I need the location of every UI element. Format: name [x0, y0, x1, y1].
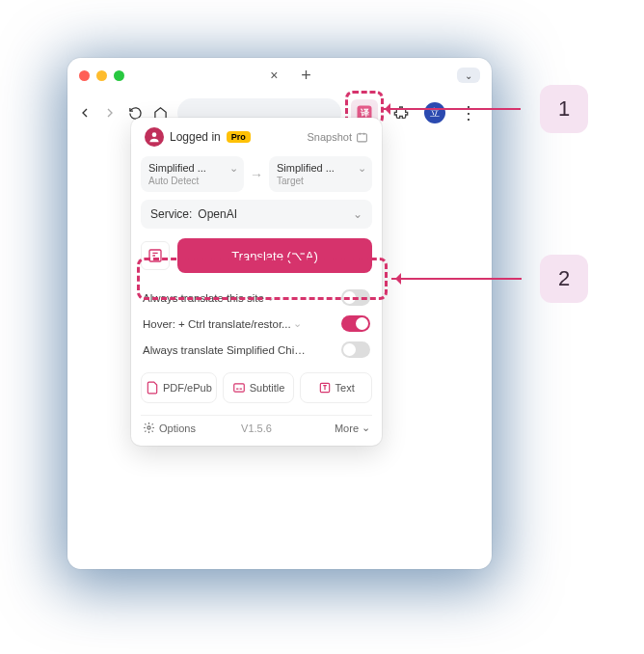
pdf-epub-label: PDF/ePub — [163, 382, 212, 394]
arrow-right-icon: → — [250, 167, 263, 182]
gear-icon — [143, 422, 155, 434]
chevron-down-icon: ⌄ — [353, 207, 362, 221]
tab-overflow-icon[interactable]: ⌄ — [457, 68, 480, 83]
callout-step-2: 2 — [540, 255, 588, 303]
always-translate-lang-label: Always translate Simplified Chinese ... — [143, 344, 311, 356]
service-select[interactable]: Service: OpenAI ⌄ — [141, 200, 372, 229]
translate-mode-icon[interactable] — [141, 241, 170, 270]
translate-row: Translate (⌥A) — [141, 238, 372, 273]
tab-bar: × + ⌄ — [67, 58, 492, 93]
subtitle-button[interactable]: Subtitle — [223, 372, 295, 403]
target-language-select[interactable]: Simplified ... Target — [269, 156, 372, 192]
target-language-sub: Target — [277, 176, 364, 186]
always-translate-site-row: Always translate this site ⌄ — [141, 285, 372, 311]
service-value: OpenAI — [198, 207, 237, 221]
always-translate-site-label: Always translate this site — [143, 292, 264, 304]
always-translate-lang-row: Always translate Simplified Chinese ... — [141, 337, 372, 363]
traffic-lights — [79, 70, 124, 81]
pdf-epub-button[interactable]: PDF/ePub — [141, 372, 217, 403]
options-label: Options — [159, 422, 196, 434]
text-label: Text — [335, 382, 355, 394]
more-label: More — [335, 422, 359, 434]
subtitle-label: Subtitle — [250, 382, 285, 394]
snapshot-button[interactable]: Snapshot — [308, 131, 368, 144]
always-translate-lang-toggle[interactable] — [341, 341, 370, 358]
file-buttons-row: PDF/ePub Subtitle Text — [141, 372, 372, 403]
callout-1-label: 1 — [558, 96, 570, 122]
profile-avatar-icon[interactable]: 立 — [424, 102, 445, 123]
callout-arrow-1 — [381, 108, 521, 110]
svg-point-2 — [152, 132, 157, 137]
extension-popup: Logged in Pro Snapshot Simplified ... Au… — [131, 118, 382, 446]
source-language-sub: Auto Detect — [148, 176, 236, 186]
new-tab-icon[interactable]: + — [293, 66, 319, 86]
subtitle-icon — [232, 381, 246, 395]
popup-footer: Options V1.5.6 More ⌄ — [141, 415, 372, 436]
source-language-label: Simplified ... — [148, 162, 236, 174]
back-icon[interactable] — [77, 105, 93, 121]
service-label: Service: — [150, 207, 192, 221]
chevron-down-icon[interactable]: ⌄ — [266, 291, 275, 304]
extensions-icon[interactable] — [388, 99, 415, 126]
hover-translate-row: Hover: + Ctrl translate/restor... ⌄ — [141, 311, 372, 337]
pro-badge: Pro — [227, 131, 251, 143]
forward-icon[interactable] — [102, 105, 118, 121]
always-translate-site-toggle[interactable] — [341, 289, 370, 306]
svg-rect-5 — [233, 384, 244, 392]
hover-translate-label: Hover: + Ctrl translate/restor... — [143, 318, 291, 330]
close-window-icon[interactable] — [79, 70, 90, 81]
callout-arrow-2 — [391, 278, 522, 280]
callout-2-label: 2 — [558, 266, 570, 291]
svg-point-7 — [148, 426, 150, 429]
chevron-down-icon[interactable]: ⌄ — [293, 317, 302, 330]
user-avatar-icon[interactable] — [145, 127, 164, 147]
svg-text:译: 译 — [360, 108, 370, 118]
source-language-select[interactable]: Simplified ... Auto Detect — [141, 156, 244, 192]
hover-translate-toggle[interactable] — [341, 315, 370, 332]
version-label: V1.5.6 — [241, 422, 272, 434]
svg-rect-3 — [358, 133, 367, 141]
chevron-down-icon: ⌄ — [362, 422, 370, 434]
more-button[interactable]: More ⌄ — [335, 422, 370, 434]
browser-menu-icon[interactable]: ⋮ — [455, 99, 482, 126]
text-button[interactable]: Text — [300, 372, 372, 403]
tab-close-icon[interactable]: × — [262, 68, 285, 83]
pdf-icon — [146, 381, 159, 395]
snapshot-label: Snapshot — [308, 131, 352, 143]
target-language-label: Simplified ... — [277, 162, 364, 174]
options-button[interactable]: Options — [143, 422, 196, 434]
language-selector-row: Simplified ... Auto Detect → Simplified … — [141, 156, 372, 192]
minimize-window-icon[interactable] — [96, 70, 107, 81]
popup-header: Logged in Pro Snapshot — [141, 127, 372, 147]
snapshot-icon — [356, 131, 368, 144]
logged-in-label: Logged in — [170, 130, 221, 144]
callout-step-1: 1 — [540, 85, 588, 133]
translate-button[interactable]: Translate (⌥A) — [177, 238, 372, 273]
text-icon — [318, 381, 332, 395]
maximize-window-icon[interactable] — [114, 70, 124, 81]
